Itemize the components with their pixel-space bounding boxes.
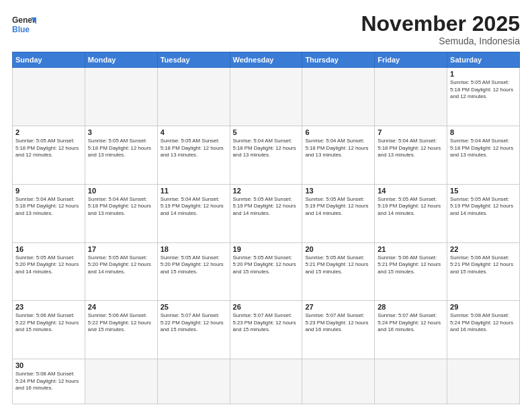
day-number: 11 [161, 187, 227, 195]
calendar-cell [375, 68, 447, 126]
calendar-cell: 17Sunrise: 5:05 AM Sunset: 5:20 PM Dayli… [85, 242, 157, 301]
day-number: 29 [450, 303, 517, 311]
day-info: Sunrise: 5:07 AM Sunset: 5:24 PM Dayligh… [378, 312, 444, 334]
day-info: Sunrise: 5:05 AM Sunset: 5:18 PM Dayligh… [88, 138, 154, 159]
day-info: Sunrise: 5:06 AM Sunset: 5:21 PM Dayligh… [378, 255, 444, 276]
day-number: 13 [305, 187, 371, 195]
day-info: Sunrise: 5:05 AM Sunset: 5:20 PM Dayligh… [15, 255, 82, 276]
title-block: November 2025 Semuda, Indonesia [361, 12, 520, 46]
day-number: 2 [15, 128, 82, 136]
day-number: 27 [305, 303, 371, 311]
calendar-cell: 2Sunrise: 5:05 AM Sunset: 5:18 PM Daylig… [13, 126, 85, 184]
calendar-header-row: SundayMondayTuesdayWednesdayThursdayFrid… [13, 52, 520, 68]
day-info: Sunrise: 5:07 AM Sunset: 5:23 PM Dayligh… [233, 312, 300, 334]
col-header-thursday: Thursday [302, 52, 375, 68]
day-info: Sunrise: 5:04 AM Sunset: 5:18 PM Dayligh… [378, 138, 444, 159]
calendar-cell [85, 359, 157, 404]
day-info: Sunrise: 5:04 AM Sunset: 5:18 PM Dayligh… [233, 138, 300, 159]
logo: General Blue General Blue [12, 12, 36, 36]
calendar-cell: 19Sunrise: 5:05 AM Sunset: 5:20 PM Dayli… [230, 242, 302, 301]
col-header-friday: Friday [375, 52, 447, 68]
calendar-cell: 5Sunrise: 5:04 AM Sunset: 5:18 PM Daylig… [230, 126, 302, 184]
calendar-cell [302, 68, 375, 126]
day-number: 17 [88, 245, 154, 253]
day-number: 4 [161, 128, 227, 136]
day-number: 30 [15, 361, 82, 369]
day-info: Sunrise: 5:07 AM Sunset: 5:23 PM Dayligh… [305, 312, 371, 334]
calendar-cell: 23Sunrise: 5:06 AM Sunset: 5:22 PM Dayli… [13, 301, 85, 359]
calendar-cell: 9Sunrise: 5:04 AM Sunset: 5:18 PM Daylig… [13, 184, 85, 242]
day-number: 12 [233, 187, 300, 195]
day-number: 18 [161, 245, 227, 253]
calendar-week-row: 9Sunrise: 5:04 AM Sunset: 5:18 PM Daylig… [13, 184, 520, 242]
day-number: 19 [233, 245, 300, 253]
calendar-cell: 29Sunrise: 5:08 AM Sunset: 5:24 PM Dayli… [447, 301, 520, 359]
calendar-cell: 4Sunrise: 5:05 AM Sunset: 5:18 PM Daylig… [157, 126, 230, 184]
day-number: 6 [305, 128, 371, 136]
calendar-week-row: 30Sunrise: 5:08 AM Sunset: 5:24 PM Dayli… [13, 359, 520, 404]
calendar-cell: 12Sunrise: 5:05 AM Sunset: 5:19 PM Dayli… [230, 184, 302, 242]
day-info: Sunrise: 5:04 AM Sunset: 5:18 PM Dayligh… [88, 196, 154, 218]
day-number: 21 [378, 245, 444, 253]
calendar-cell: 11Sunrise: 5:04 AM Sunset: 5:19 PM Dayli… [157, 184, 230, 242]
day-number: 10 [88, 187, 154, 195]
day-info: Sunrise: 5:05 AM Sunset: 5:19 PM Dayligh… [378, 196, 444, 218]
col-header-saturday: Saturday [447, 52, 520, 68]
calendar-cell [157, 68, 230, 126]
day-info: Sunrise: 5:06 AM Sunset: 5:22 PM Dayligh… [15, 312, 82, 334]
calendar-table: SundayMondayTuesdayWednesdayThursdayFrid… [12, 52, 520, 404]
calendar-week-row: 1Sunrise: 5:05 AM Sunset: 5:18 PM Daylig… [13, 68, 520, 126]
calendar-week-row: 2Sunrise: 5:05 AM Sunset: 5:18 PM Daylig… [13, 126, 520, 184]
day-number: 14 [378, 187, 444, 195]
day-number: 26 [233, 303, 300, 311]
day-number: 25 [161, 303, 227, 311]
calendar-cell: 14Sunrise: 5:05 AM Sunset: 5:19 PM Dayli… [375, 184, 447, 242]
col-header-sunday: Sunday [13, 52, 85, 68]
logo-icon: General Blue [12, 12, 36, 36]
calendar-cell: 13Sunrise: 5:05 AM Sunset: 5:19 PM Dayli… [302, 184, 375, 242]
calendar-cell: 6Sunrise: 5:04 AM Sunset: 5:18 PM Daylig… [302, 126, 375, 184]
calendar-cell: 7Sunrise: 5:04 AM Sunset: 5:18 PM Daylig… [375, 126, 447, 184]
day-info: Sunrise: 5:07 AM Sunset: 5:22 PM Dayligh… [161, 312, 227, 334]
calendar-cell: 8Sunrise: 5:04 AM Sunset: 5:18 PM Daylig… [447, 126, 520, 184]
day-number: 23 [15, 303, 82, 311]
day-info: Sunrise: 5:08 AM Sunset: 5:24 PM Dayligh… [450, 312, 517, 334]
calendar-cell [85, 68, 157, 126]
day-info: Sunrise: 5:05 AM Sunset: 5:18 PM Dayligh… [161, 138, 227, 159]
day-info: Sunrise: 5:04 AM Sunset: 5:18 PM Dayligh… [450, 138, 517, 159]
day-number: 16 [15, 245, 82, 253]
day-info: Sunrise: 5:08 AM Sunset: 5:24 PM Dayligh… [15, 371, 82, 392]
day-number: 3 [88, 128, 154, 136]
subtitle: Semuda, Indonesia [361, 36, 520, 46]
day-number: 7 [378, 128, 444, 136]
day-info: Sunrise: 5:05 AM Sunset: 5:19 PM Dayligh… [305, 196, 371, 218]
col-header-wednesday: Wednesday [230, 52, 302, 68]
day-number: 22 [450, 245, 517, 253]
col-header-monday: Monday [85, 52, 157, 68]
calendar-week-row: 16Sunrise: 5:05 AM Sunset: 5:20 PM Dayli… [13, 242, 520, 301]
calendar-cell: 28Sunrise: 5:07 AM Sunset: 5:24 PM Dayli… [375, 301, 447, 359]
calendar-cell: 1Sunrise: 5:05 AM Sunset: 5:18 PM Daylig… [447, 68, 520, 126]
calendar-cell: 22Sunrise: 5:06 AM Sunset: 5:21 PM Dayli… [447, 242, 520, 301]
calendar-cell: 26Sunrise: 5:07 AM Sunset: 5:23 PM Dayli… [230, 301, 302, 359]
day-info: Sunrise: 5:05 AM Sunset: 5:20 PM Dayligh… [233, 255, 300, 276]
calendar-cell: 3Sunrise: 5:05 AM Sunset: 5:18 PM Daylig… [85, 126, 157, 184]
calendar-cell: 20Sunrise: 5:05 AM Sunset: 5:21 PM Dayli… [302, 242, 375, 301]
calendar-cell [13, 68, 85, 126]
calendar-week-row: 23Sunrise: 5:06 AM Sunset: 5:22 PM Dayli… [13, 301, 520, 359]
day-info: Sunrise: 5:05 AM Sunset: 5:20 PM Dayligh… [88, 255, 154, 276]
day-info: Sunrise: 5:06 AM Sunset: 5:22 PM Dayligh… [88, 312, 154, 334]
day-info: Sunrise: 5:05 AM Sunset: 5:18 PM Dayligh… [450, 79, 517, 101]
page: General Blue General Blue November 2025 … [0, 0, 532, 411]
day-number: 28 [378, 303, 444, 311]
day-info: Sunrise: 5:04 AM Sunset: 5:18 PM Dayligh… [305, 138, 371, 159]
day-number: 1 [450, 70, 517, 78]
day-info: Sunrise: 5:05 AM Sunset: 5:20 PM Dayligh… [161, 255, 227, 276]
calendar-cell: 15Sunrise: 5:05 AM Sunset: 5:19 PM Dayli… [447, 184, 520, 242]
calendar-cell [302, 359, 375, 404]
day-number: 15 [450, 187, 517, 195]
calendar-cell [230, 359, 302, 404]
calendar-cell [157, 359, 230, 404]
day-info: Sunrise: 5:05 AM Sunset: 5:21 PM Dayligh… [305, 255, 371, 276]
calendar-cell: 30Sunrise: 5:08 AM Sunset: 5:24 PM Dayli… [13, 359, 85, 404]
